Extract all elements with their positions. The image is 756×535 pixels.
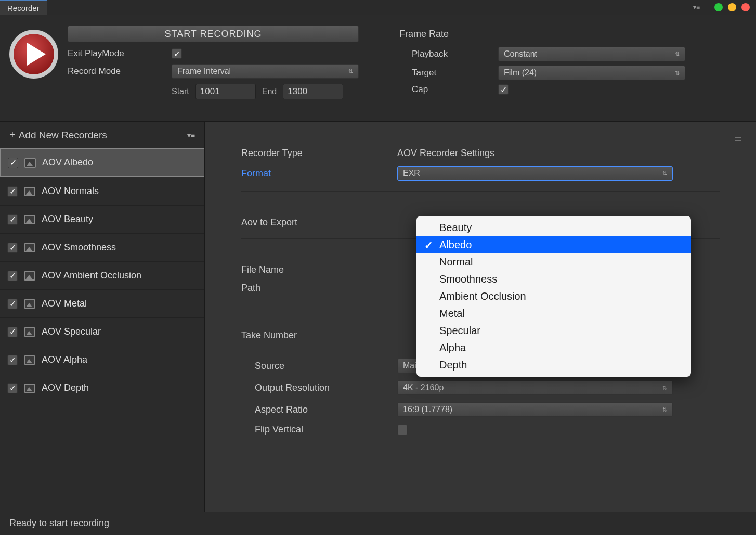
- image-icon: [24, 215, 35, 224]
- recorder-checkbox[interactable]: ✓: [7, 243, 18, 253]
- format-label[interactable]: Format: [241, 168, 397, 179]
- popup-option[interactable]: Normal: [416, 253, 691, 271]
- recorder-name-label: AOV Alpha: [42, 354, 87, 365]
- recorder-item[interactable]: ✓ AOV Alpha: [0, 346, 204, 374]
- recorder-name-label: AOV Specular: [42, 326, 101, 337]
- flip-label: Flip Vertical: [255, 424, 397, 435]
- aspect-dropdown[interactable]: 16:9 (1.7778): [397, 402, 673, 417]
- recorder-checkbox[interactable]: ✓: [8, 158, 18, 168]
- flip-checkbox[interactable]: [397, 425, 408, 435]
- recorder-checkbox[interactable]: ✓: [7, 214, 18, 225]
- image-icon: [24, 243, 35, 252]
- recorder-name-label: AOV Ambient Occlusion: [42, 270, 141, 281]
- popup-option[interactable]: Smoothness: [416, 271, 691, 288]
- popup-option[interactable]: Alpha: [416, 339, 691, 356]
- popup-option[interactable]: Albedo: [416, 236, 691, 253]
- start-recording-button[interactable]: START RECORDING: [68, 26, 359, 42]
- playback-label: Playback: [412, 49, 498, 59]
- presets-icon[interactable]: ⚌: [734, 133, 741, 143]
- recorder-checkbox[interactable]: ✓: [7, 299, 18, 309]
- recorder-item[interactable]: ✓ AOV Albedo: [0, 148, 204, 177]
- sidebar-menu-icon[interactable]: ▾≡: [187, 131, 195, 139]
- end-frame-input[interactable]: [283, 84, 343, 99]
- play-button[interactable]: [9, 30, 58, 79]
- sidebar: +Add New Recorders ▾≡ ✓ AOV Albedo ✓ AOV…: [0, 122, 205, 521]
- output-res-label: Output Resolution: [255, 383, 397, 393]
- recorder-item[interactable]: ✓ AOV Normals: [0, 177, 204, 205]
- end-frame-label: End: [262, 87, 277, 96]
- file-name-label: File Name: [241, 264, 397, 275]
- plus-icon: +: [9, 129, 16, 141]
- start-frame-label: Start: [172, 87, 189, 96]
- recorder-name-label: AOV Smoothness: [42, 242, 116, 253]
- popup-option[interactable]: Metal: [416, 305, 691, 322]
- tab-recorder[interactable]: Recorder: [0, 0, 47, 15]
- recorder-checkbox[interactable]: ✓: [7, 271, 18, 281]
- recorder-checkbox[interactable]: ✓: [7, 383, 18, 393]
- start-frame-input[interactable]: [195, 84, 256, 99]
- recorder-item[interactable]: ✓ AOV Beauty: [0, 205, 204, 233]
- recorder-item[interactable]: ✓ AOV Ambient Occlusion: [0, 261, 204, 289]
- aspect-label: Aspect Ratio: [255, 404, 397, 415]
- popup-option[interactable]: Depth: [416, 356, 691, 374]
- recorder-name-label: AOV Depth: [42, 383, 89, 393]
- sidebar-header: +Add New Recorders ▾≡: [0, 122, 204, 148]
- source-label: Source: [255, 361, 397, 372]
- image-icon: [24, 271, 35, 281]
- zoom-button[interactable]: [728, 3, 736, 11]
- window-controls: [714, 3, 750, 11]
- aov-popup-menu: BeautyAlbedoNormalSmoothnessAmbient Occl…: [416, 216, 691, 377]
- playback-dropdown[interactable]: Constant: [498, 47, 685, 61]
- recorder-name-label: AOV Albedo: [42, 157, 93, 168]
- recorder-type-value: AOV Recorder Settings: [397, 148, 720, 159]
- image-icon: [24, 299, 35, 309]
- target-dropdown[interactable]: Film (24): [498, 66, 685, 80]
- cap-label: Cap: [412, 84, 498, 95]
- recorder-item[interactable]: ✓ AOV Smoothness: [0, 233, 204, 261]
- aov-export-label: Aov to Export: [241, 217, 397, 228]
- recorder-name-label: AOV Metal: [42, 298, 87, 309]
- record-mode-label: Record Mode: [68, 66, 172, 77]
- recorder-checkbox[interactable]: ✓: [7, 327, 18, 337]
- output-res-dropdown[interactable]: 4K - 2160p: [397, 380, 673, 395]
- header-right: Frame Rate Playback Constant Target Film…: [368, 26, 747, 105]
- image-icon: [24, 384, 35, 393]
- tab-menu-icon[interactable]: ▾≡: [693, 4, 700, 11]
- recorder-item[interactable]: ✓ AOV Depth: [0, 374, 204, 402]
- image-icon: [24, 355, 35, 365]
- tab-bar: Recorder ▾≡: [0, 0, 756, 15]
- exit-playmode-checkbox[interactable]: ✓: [172, 48, 182, 59]
- record-mode-dropdown[interactable]: Frame Interval: [172, 64, 359, 79]
- close-button[interactable]: [741, 3, 750, 11]
- recorder-name-label: AOV Beauty: [42, 214, 93, 225]
- recorder-name-label: AOV Normals: [42, 186, 99, 197]
- format-dropdown[interactable]: EXR: [397, 166, 673, 181]
- frame-rate-title: Frame Rate: [399, 29, 747, 40]
- recorder-checkbox[interactable]: ✓: [7, 355, 18, 365]
- take-number-label: Take Number: [241, 330, 397, 341]
- cap-checkbox[interactable]: ✓: [498, 84, 509, 95]
- status-bar: Ready to start recording: [0, 512, 756, 535]
- image-icon: [24, 327, 35, 337]
- add-recorders-button[interactable]: +Add New Recorders: [9, 129, 107, 141]
- image-icon: [24, 187, 35, 196]
- popup-option[interactable]: Beauty: [416, 219, 691, 236]
- recorder-list: ✓ AOV Albedo ✓ AOV Normals ✓ AOV Beauty …: [0, 148, 204, 402]
- image-icon: [24, 158, 36, 168]
- popup-option[interactable]: Specular: [416, 322, 691, 339]
- target-label: Target: [412, 68, 498, 78]
- recorder-item[interactable]: ✓ AOV Metal: [0, 289, 204, 317]
- header-left: START RECORDING Exit PlayMode ✓ Record M…: [68, 26, 359, 105]
- path-label: Path: [241, 283, 397, 294]
- header-section: START RECORDING Exit PlayMode ✓ Record M…: [0, 15, 756, 122]
- minimize-button[interactable]: [714, 3, 723, 11]
- recorder-checkbox[interactable]: ✓: [7, 186, 18, 197]
- recorder-type-label: Recorder Type: [241, 148, 397, 159]
- play-icon: [14, 34, 54, 74]
- exit-playmode-label: Exit PlayMode: [68, 48, 172, 59]
- recorder-item[interactable]: ✓ AOV Specular: [0, 317, 204, 346]
- popup-option[interactable]: Ambient Occlusion: [416, 288, 691, 305]
